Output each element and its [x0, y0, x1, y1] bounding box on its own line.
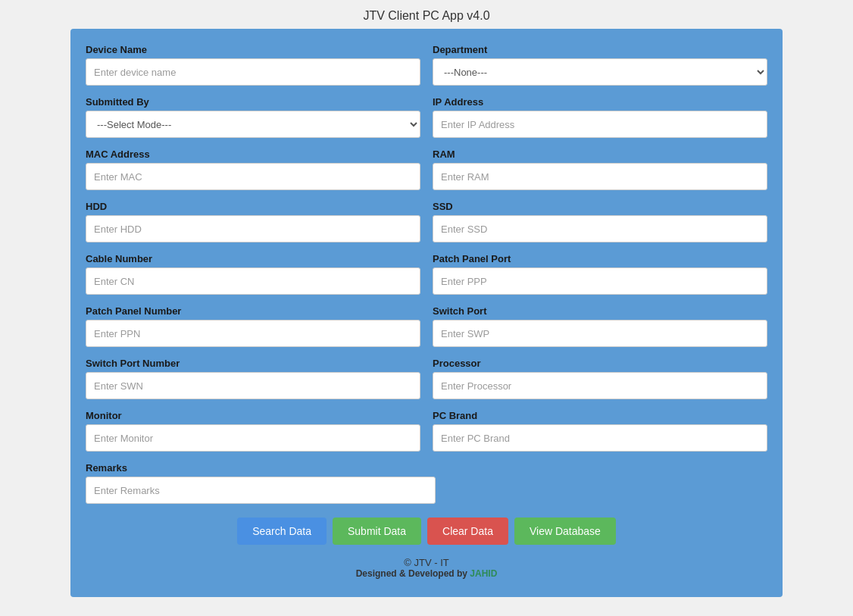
patch-panel-port-label: Patch Panel Port [433, 253, 767, 264]
row-cable-ppp: Cable Number Patch Panel Port [86, 253, 767, 295]
clear-data-button[interactable]: Clear Data [427, 518, 508, 545]
row-remarks: Remarks [86, 462, 767, 504]
row-mac-ram: MAC Address RAM [86, 149, 767, 190]
device-name-input[interactable] [86, 58, 420, 86]
ssd-label: SSD [433, 201, 767, 212]
search-data-button[interactable]: Search Data [237, 518, 327, 545]
ip-address-input[interactable] [433, 111, 767, 138]
mac-address-input[interactable] [86, 163, 420, 190]
ip-address-group: IP Address [433, 96, 767, 138]
monitor-label: Monitor [86, 410, 420, 421]
credit-brand: JAHID [470, 568, 497, 579]
ram-group: RAM [433, 149, 767, 190]
copyright-text: © JTV - IT [86, 557, 767, 568]
mac-address-group: MAC Address [86, 149, 420, 190]
patch-panel-port-group: Patch Panel Port [433, 253, 767, 295]
patch-panel-port-input[interactable] [433, 267, 767, 295]
remarks-label: Remarks [86, 462, 436, 474]
credit-text: Designed & Developed by JAHID [86, 568, 767, 579]
patch-panel-number-group: Patch Panel Number [86, 305, 420, 347]
processor-label: Processor [433, 358, 767, 369]
app-title: JTV Client PC App v4.0 [0, 0, 853, 29]
switch-port-number-label: Switch Port Number [86, 358, 420, 369]
department-select[interactable]: ---None--- [433, 58, 767, 86]
department-group: Department ---None--- [433, 44, 767, 86]
submitted-by-label: Submitted By [86, 96, 420, 108]
row-ppn-swp: Patch Panel Number Switch Port [86, 305, 767, 347]
switch-port-number-input[interactable] [86, 372, 420, 399]
row-hdd-ssd: HDD SSD [86, 201, 767, 242]
ssd-group: SSD [433, 201, 767, 242]
processor-group: Processor [433, 358, 767, 399]
hdd-group: HDD [86, 201, 420, 242]
hdd-label: HDD [86, 201, 420, 212]
monitor-group: Monitor [86, 410, 420, 452]
patch-panel-number-input[interactable] [86, 320, 420, 347]
ssd-input[interactable] [433, 215, 767, 242]
remarks-group: Remarks [86, 462, 436, 504]
switch-port-label: Switch Port [433, 305, 767, 317]
processor-input[interactable] [433, 372, 767, 399]
cable-number-group: Cable Number [86, 253, 420, 295]
hdd-input[interactable] [86, 215, 420, 242]
footer: © JTV - IT Designed & Developed by JAHID [86, 557, 767, 579]
ram-input[interactable] [433, 163, 767, 190]
submitted-by-group: Submitted By ---Select Mode--- [86, 96, 420, 138]
row-device-department: Device Name Department ---None--- [86, 44, 767, 86]
action-buttons: Search Data Submit Data Clear Data View … [86, 518, 767, 545]
device-name-group: Device Name [86, 44, 420, 86]
pc-brand-input[interactable] [433, 424, 767, 452]
credit-prefix: Designed & Developed by [356, 568, 470, 579]
pc-brand-label: PC Brand [433, 410, 767, 421]
device-name-label: Device Name [86, 44, 420, 55]
row-swn-processor: Switch Port Number Processor [86, 358, 767, 399]
cable-number-input[interactable] [86, 267, 420, 295]
view-database-button[interactable]: View Database [514, 518, 616, 545]
ip-address-label: IP Address [433, 96, 767, 108]
mac-address-label: MAC Address [86, 149, 420, 160]
pc-brand-group: PC Brand [433, 410, 767, 452]
row-submitted-ip: Submitted By ---Select Mode--- IP Addres… [86, 96, 767, 138]
submitted-by-select[interactable]: ---Select Mode--- [86, 111, 420, 138]
ram-label: RAM [433, 149, 767, 160]
main-form-container: Device Name Department ---None--- Submit… [70, 29, 783, 597]
switch-port-input[interactable] [433, 320, 767, 347]
patch-panel-number-label: Patch Panel Number [86, 305, 420, 317]
switch-port-number-group: Switch Port Number [86, 358, 420, 399]
cable-number-label: Cable Number [86, 253, 420, 264]
department-label: Department [433, 44, 767, 55]
row-monitor-pcbrand: Monitor PC Brand [86, 410, 767, 452]
remarks-input[interactable] [86, 477, 436, 504]
switch-port-group: Switch Port [433, 305, 767, 347]
monitor-input[interactable] [86, 424, 420, 452]
submit-data-button[interactable]: Submit Data [333, 518, 421, 545]
